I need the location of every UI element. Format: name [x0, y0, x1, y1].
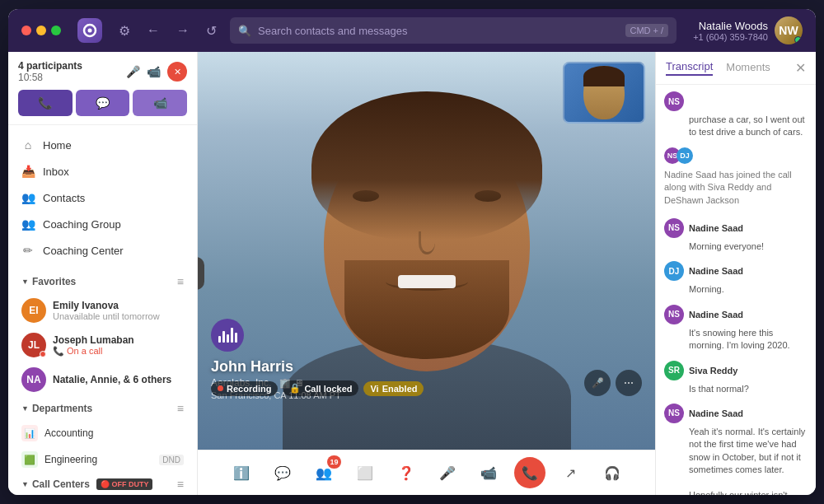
main-content: 4 participants 10:58 🎤 📹 ✕ 📞 💬 📹 [8, 52, 816, 495]
close-button[interactable] [21, 26, 31, 35]
call-icons: 🎤 📹 ✕ [126, 62, 187, 82]
maximize-button[interactable] [51, 26, 61, 35]
user-name: Natalie Woods [693, 20, 768, 32]
sidebar-item-coaching-group[interactable]: 👥 Coaching Group [8, 211, 197, 237]
home-icon: ⌂ [21, 138, 35, 152]
msg-header-3: DJ Nadine Saad [664, 261, 808, 281]
search-bar[interactable]: 🔍 Search contacts and messages CMD + / [230, 17, 677, 44]
sidebar-item-coaching-center[interactable]: ✏ Coaching Center [8, 237, 197, 264]
settings-icon[interactable]: ⚙ [115, 20, 133, 42]
msg-header-4: NS Nadine Saad [664, 305, 808, 324]
avatar-natalie-group: NA [21, 367, 46, 392]
title-bar: ⚙ ← → ↺ 🔍 Search contacts and messages C… [8, 9, 816, 52]
favorites-header: ▼ Favorites ≡ [8, 270, 197, 293]
departments-header: ▼ Departments ≡ [8, 397, 197, 420]
msg-avatar-0: NS [664, 91, 684, 111]
forward-icon[interactable]: → [173, 20, 193, 41]
msg-avatar-5: SR [664, 361, 684, 380]
chevron-down-icon-cc: ▼ [21, 480, 29, 488]
video-main: John Harris Aerolabs, Inc. 🏢 🖥 San Franc… [198, 52, 655, 450]
participants-badge: 19 [327, 455, 340, 469]
video-action-button[interactable]: 📹 [133, 90, 187, 116]
status-badge [794, 36, 802, 44]
mute-button[interactable]: 🎤 [432, 457, 463, 488]
help-button[interactable]: ❓ [391, 457, 422, 488]
sidebar-item-contacts[interactable]: 👥 Contacts [8, 184, 197, 211]
sidebar-item-home[interactable]: ⌂ Home [8, 132, 197, 158]
minimize-button[interactable] [36, 26, 46, 35]
coaching-center-icon: ✏ [21, 244, 35, 257]
avatar-emily: EI [21, 298, 46, 323]
accounting-icon: 📊 [21, 425, 38, 441]
transcript-msg-system: NS DJ Nadine Saad has joined the call al… [664, 147, 808, 210]
share-button[interactable]: ↗ [555, 457, 587, 488]
equalizer-button[interactable] [211, 319, 244, 352]
favorite-natalie-group[interactable]: NA Natalie, Annie, & 6 others [8, 362, 197, 397]
eq-bars [218, 328, 237, 343]
search-icon: 🔍 [238, 25, 251, 37]
favorite-joseph[interactable]: JL Joseph Lumaban 📞 On a call [8, 328, 197, 362]
call-controls: 4 participants 10:58 🎤 📹 ✕ 📞 💬 📹 [8, 52, 197, 125]
transcript-body: NS purchase a car, so I went out to test… [656, 85, 816, 495]
end-call-small-button[interactable]: ✕ [167, 62, 187, 82]
msg-header-6: NS Nadine Saad [664, 404, 808, 423]
engineering-icon: 🟩 [21, 451, 38, 468]
cc-section-menu-icon[interactable]: ≡ [177, 478, 184, 491]
favorite-emily[interactable]: EI Emily Ivanova Unavailable until tomor… [8, 293, 197, 328]
fav-info-joseph: Joseph Lumaban 📞 On a call [53, 334, 184, 357]
dept-engineering[interactable]: 🟩 Engineering DND [8, 446, 197, 473]
chat-button[interactable]: 💬 [267, 457, 298, 488]
transcript-msg-2: NS Nadine Saad Morning everyone! [664, 218, 808, 253]
section-menu-icon[interactable]: ≡ [177, 275, 184, 288]
phone-action-button[interactable]: 📞 [18, 90, 73, 116]
transcript-msg-4: NS Nadine Saad It's snowing here this mo… [664, 305, 808, 352]
sidebar: 4 participants 10:58 🎤 📹 ✕ 📞 💬 📹 [8, 52, 198, 495]
recording-badge: Recording [211, 381, 278, 396]
user-details: Natalie Woods +1 (604) 359-7840 [693, 20, 768, 42]
dept-accounting[interactable]: 📊 Accounting [8, 420, 197, 446]
audio-button[interactable]: 🎧 [597, 457, 628, 488]
end-call-button[interactable]: 📞 [514, 457, 545, 488]
call-meta: 4 participants 10:58 🎤 📹 ✕ [18, 60, 187, 83]
search-kbd: CMD + / [625, 24, 669, 37]
msg-header-2: NS Nadine Saad [664, 218, 808, 238]
tab-transcript[interactable]: Transcript [666, 60, 713, 76]
video-area: ‹ [198, 52, 655, 495]
screen-share-button[interactable]: ⬜ [349, 457, 381, 488]
avatar-joseph: JL [21, 333, 46, 357]
thumb-hair [583, 66, 625, 86]
action-buttons: 📞 💬 📹 [18, 90, 187, 116]
chevron-down-icon: ▼ [21, 278, 29, 286]
transcript-close-button[interactable]: ✕ [795, 60, 806, 76]
video-toggle-button[interactable]: 📹 [473, 457, 504, 488]
back-icon[interactable]: ← [143, 20, 163, 41]
caller-name: John Harris [211, 358, 341, 376]
refresh-icon[interactable]: ↺ [203, 20, 220, 42]
transcript-msg-0: NS purchase a car, so I went out to test… [664, 91, 808, 139]
svg-point-1 [88, 29, 92, 33]
chat-action-button[interactable]: 💬 [76, 90, 130, 116]
thumb-person [564, 63, 644, 122]
participants-label: 4 participants 10:58 [18, 60, 82, 83]
mic-small-button[interactable]: 🎤 [584, 370, 611, 396]
thumb-face [583, 66, 625, 119]
collapse-handle[interactable]: ‹ [198, 257, 204, 290]
participants-button[interactable]: 👥 19 [308, 457, 339, 488]
user-phone: +1 (604) 359-7840 [693, 32, 768, 42]
sidebar-item-inbox[interactable]: 📥 Inbox [8, 158, 197, 184]
traffic-lights [21, 26, 61, 35]
video-icon[interactable]: 📹 [147, 65, 161, 78]
dept-section-menu-icon[interactable]: ≡ [177, 402, 184, 415]
tab-moments[interactable]: Moments [726, 60, 770, 76]
hair [311, 91, 542, 240]
more-options-button[interactable]: ⋯ [616, 370, 642, 396]
msg-text-0: purchase a car, so I went out to test dr… [689, 114, 808, 139]
msg-header-5: SR Siva Reddy [664, 361, 808, 380]
mic-icon[interactable]: 🎤 [126, 65, 140, 78]
on-call-dot [40, 351, 46, 357]
app-logo [77, 18, 102, 43]
info-button[interactable]: ℹ️ [226, 457, 257, 488]
avatar[interactable]: NW [775, 16, 803, 44]
fav-info-emily: Emily Ivanova Unavailable until tomorrow [53, 300, 184, 321]
system-avatars: NS DJ [664, 147, 808, 164]
